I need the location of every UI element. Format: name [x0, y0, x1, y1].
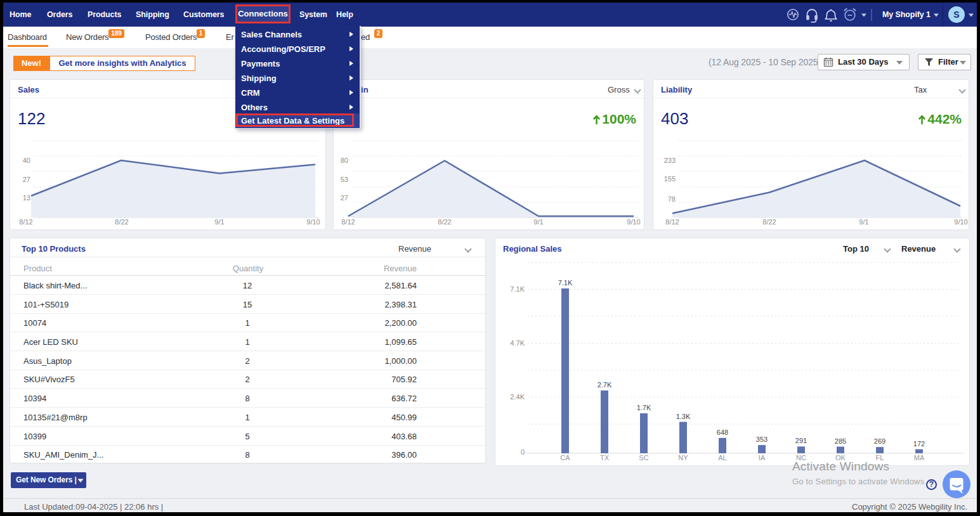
svg-text:S: S — [953, 10, 959, 20]
